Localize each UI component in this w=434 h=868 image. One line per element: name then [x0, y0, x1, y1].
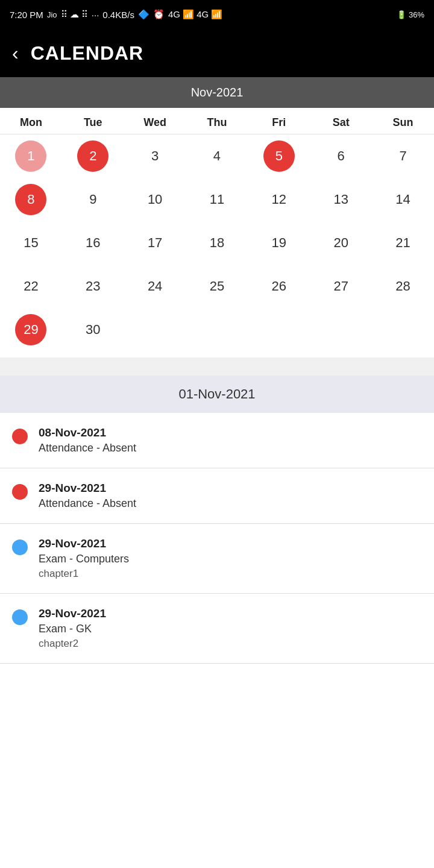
day-cell[interactable]: 1 [0, 134, 62, 178]
event-content: 29-Nov-2021Exam - Computerschapter1 [39, 537, 129, 580]
day-cell[interactable]: 14 [372, 178, 434, 221]
event-date: 29-Nov-2021 [39, 482, 136, 495]
day-number: 24 [139, 271, 171, 302]
days-grid: 1234567891011121314151617181920212223242… [0, 134, 434, 351]
bluetooth-icon: 🔷 [138, 9, 149, 20]
event-title: Attendance - Absent [39, 497, 136, 510]
day-cell[interactable] [124, 308, 186, 351]
weekday-fri: Fri [248, 116, 310, 129]
event-item[interactable]: 29-Nov-2021Exam - Computerschapter1 [0, 524, 434, 594]
day-number: 8 [15, 184, 46, 215]
day-number: 2 [77, 140, 108, 172]
day-number: 29 [15, 314, 46, 345]
events-header-date[interactable]: 01-Nov-2021 [0, 376, 434, 413]
day-cell[interactable]: 20 [310, 221, 372, 265]
day-number: 22 [15, 271, 46, 302]
status-time: 7:20 PM [10, 10, 43, 20]
day-number: 5 [263, 140, 295, 172]
day-cell[interactable]: 10 [124, 178, 186, 221]
day-cell[interactable]: 4 [186, 134, 248, 178]
calendar-grid: Mon Tue Wed Thu Fri Sat Sun 123456789101… [0, 108, 434, 357]
day-number: 6 [326, 140, 357, 172]
day-number: 12 [263, 184, 295, 215]
day-number: 13 [326, 184, 357, 215]
day-number: 9 [77, 184, 108, 215]
day-cell[interactable]: 27 [310, 265, 372, 308]
day-cell[interactable]: 24 [124, 265, 186, 308]
day-cell[interactable]: 9 [62, 178, 124, 221]
day-number: 10 [139, 184, 171, 215]
day-cell[interactable] [372, 308, 434, 351]
day-number: 27 [326, 271, 357, 302]
event-subtitle: chapter2 [39, 638, 106, 650]
day-cell[interactable]: 2 [62, 134, 124, 178]
day-cell[interactable]: 19 [248, 221, 310, 265]
day-number: 7 [388, 140, 419, 172]
day-cell[interactable]: 16 [62, 221, 124, 265]
event-content: 08-Nov-2021Attendance - Absent [39, 426, 136, 454]
jio-icon: Jio [47, 10, 57, 19]
day-cell[interactable]: 23 [62, 265, 124, 308]
day-cell[interactable]: 17 [124, 221, 186, 265]
day-cell[interactable]: 6 [310, 134, 372, 178]
day-number: 16 [77, 227, 108, 259]
event-item[interactable]: 29-Nov-2021Attendance - Absent [0, 468, 434, 524]
event-subtitle: chapter1 [39, 568, 129, 580]
back-button[interactable]: ‹ [12, 42, 19, 64]
day-number: 11 [201, 184, 233, 215]
day-cell[interactable]: 18 [186, 221, 248, 265]
weekday-wed: Wed [124, 116, 186, 129]
signal-icons: ⠿ ☁ ⠿ [61, 9, 88, 20]
day-number: 14 [388, 184, 419, 215]
day-number: 1 [15, 140, 46, 172]
day-cell[interactable]: 3 [124, 134, 186, 178]
day-cell[interactable]: 25 [186, 265, 248, 308]
battery-icon: 🔋 [397, 10, 406, 19]
status-left: 7:20 PM Jio ⠿ ☁ ⠿ ··· 0.4KB/s 🔷 ⏰ 4G 📶 4… [10, 9, 222, 20]
day-cell[interactable] [310, 308, 372, 351]
status-bar: 7:20 PM Jio ⠿ ☁ ⠿ ··· 0.4KB/s 🔷 ⏰ 4G 📶 4… [0, 0, 434, 29]
event-dot-icon [12, 429, 28, 444]
day-number: 17 [139, 227, 171, 259]
status-right: 🔋 36% [397, 10, 424, 19]
day-cell[interactable]: 13 [310, 178, 372, 221]
event-content: 29-Nov-2021Attendance - Absent [39, 482, 136, 510]
day-cell[interactable] [248, 308, 310, 351]
day-number: 3 [139, 140, 171, 172]
day-cell[interactable] [186, 308, 248, 351]
day-cell[interactable]: 30 [62, 308, 124, 351]
event-date: 08-Nov-2021 [39, 426, 136, 439]
day-cell[interactable]: 26 [248, 265, 310, 308]
alarm-icon: ⏰ [153, 9, 165, 20]
app-header: ‹ CALENDAR [0, 29, 434, 77]
dots-icon: ··· [92, 10, 99, 20]
network-icons: 4G 📶 4G 📶 [168, 9, 223, 20]
day-cell[interactable]: 11 [186, 178, 248, 221]
event-dot-icon [12, 539, 28, 555]
weekday-mon: Mon [0, 116, 62, 129]
day-cell[interactable]: 28 [372, 265, 434, 308]
event-content: 29-Nov-2021Exam - GKchapter2 [39, 607, 106, 650]
events-list: 08-Nov-2021Attendance - Absent29-Nov-202… [0, 413, 434, 664]
event-title: Attendance - Absent [39, 442, 136, 454]
event-title: Exam - Computers [39, 553, 129, 565]
day-cell[interactable]: 15 [0, 221, 62, 265]
day-cell[interactable]: 21 [372, 221, 434, 265]
event-date: 29-Nov-2021 [39, 537, 129, 550]
day-cell[interactable]: 12 [248, 178, 310, 221]
day-cell[interactable]: 8 [0, 178, 62, 221]
event-item[interactable]: 29-Nov-2021Exam - GKchapter2 [0, 594, 434, 664]
month-header[interactable]: Nov-2021 [0, 77, 434, 108]
weekday-header: Mon Tue Wed Thu Fri Sat Sun [0, 108, 434, 134]
day-number: 21 [388, 227, 419, 259]
day-cell[interactable]: 29 [0, 308, 62, 351]
battery-level: 36% [409, 10, 424, 19]
day-number: 4 [201, 140, 233, 172]
day-number: 25 [201, 271, 233, 302]
day-cell[interactable]: 7 [372, 134, 434, 178]
day-number: 26 [263, 271, 295, 302]
day-cell[interactable]: 22 [0, 265, 62, 308]
day-cell[interactable]: 5 [248, 134, 310, 178]
event-item[interactable]: 08-Nov-2021Attendance - Absent [0, 413, 434, 468]
weekday-sat: Sat [310, 116, 372, 129]
